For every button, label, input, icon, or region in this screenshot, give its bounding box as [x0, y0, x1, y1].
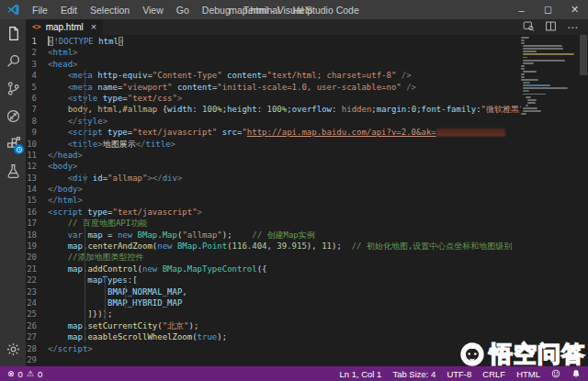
code-text: </style> — [48, 116, 107, 127]
problems-status[interactable]: ⊗ 0 ⚠ 0 — [7, 369, 42, 379]
line-number: 23 — [26, 286, 48, 297]
minimap-line — [523, 82, 529, 84]
split-editor-icon[interactable] — [545, 19, 557, 36]
minimap-line — [523, 71, 536, 73]
settings-gear-icon[interactable] — [0, 335, 26, 363]
line-number: 9 — [26, 127, 48, 138]
line-number: 16 — [26, 207, 48, 218]
notifications-bell-icon[interactable] — [571, 369, 581, 378]
line-number: 27 — [26, 331, 48, 342]
code-line[interactable]: 22 mapTypes:[ — [26, 275, 588, 286]
code-line[interactable]: 6 <style type="text/css"> — [26, 93, 588, 104]
minimap-line — [521, 68, 525, 70]
minimap-line — [526, 96, 531, 98]
warning-icon: ⚠ — [27, 369, 34, 378]
code-line[interactable]: 9 <script type="text/javascript" src="ht… — [26, 127, 588, 138]
eol-sequence[interactable]: CRLF — [482, 369, 505, 379]
open-preview-icon[interactable] — [523, 19, 535, 36]
menu-item-terminal[interactable]: Terminal — [237, 5, 287, 16]
vscode-logo-icon — [7, 4, 19, 16]
menu-item-debug[interactable]: Debug — [196, 5, 237, 16]
activity-bar — [0, 19, 26, 366]
minimap-line — [523, 60, 565, 62]
minimap-line — [526, 105, 528, 106]
code-line[interactable]: 14</body> — [26, 184, 588, 195]
code-text: BMAP_NORMAL_MAP, — [48, 286, 187, 297]
code-line[interactable]: 13 <div id="allmap"></div> — [26, 173, 588, 184]
code-text: </head> — [48, 150, 83, 161]
code-line[interactable]: 23 BMAP_NORMAL_MAP, — [26, 286, 588, 297]
code-text: <body> — [48, 161, 78, 172]
code-line[interactable]: 26 map.setCurrentCity("北京"); — [26, 320, 588, 331]
minimap-line — [523, 45, 562, 47]
code-line[interactable]: 8 </style> — [26, 116, 588, 127]
warning-count: 0 — [38, 369, 42, 379]
close-button[interactable]: ✕ — [561, 0, 588, 19]
code-line[interactable]: 20 //添加地图类型控件 — [26, 252, 588, 263]
code-line[interactable]: 24 BMAP_HYBRID_MAP — [26, 297, 588, 308]
code-line[interactable]: 27 map.eaableScrollWheelZoom(true); — [26, 331, 588, 342]
maximize-button[interactable]: ◻ — [535, 0, 561, 19]
minimap[interactable] — [521, 37, 578, 366]
menu-item-view[interactable]: View — [136, 5, 170, 16]
code-line[interactable]: 25 ]})); — [26, 308, 588, 319]
tab-map-html[interactable]: <> map.html × — [26, 19, 103, 35]
code-line[interactable]: 3<head> — [26, 59, 588, 70]
code-line[interactable]: 11</head> — [26, 150, 588, 161]
code-line[interactable]: 17 // 百度地图API功能 — [26, 218, 588, 229]
code-line[interactable]: 29 — [26, 354, 588, 365]
line-number: 20 — [26, 252, 48, 263]
line-number: 5 — [26, 82, 48, 93]
source-control-icon[interactable] — [0, 74, 26, 102]
code-text: <html> — [48, 47, 78, 58]
code-line[interactable]: 1<!DOCTYPE html> — [26, 36, 588, 47]
menu-item-edit[interactable]: Edit — [54, 5, 84, 16]
code-lines: 1<!DOCTYPE html>2<html>3<head>4 <meta ht… — [26, 36, 588, 365]
code-line[interactable]: 12<body> — [26, 161, 588, 172]
language-mode[interactable]: HTML — [516, 369, 540, 379]
code-text: <script type="text/javascript" src="http… — [48, 127, 505, 138]
line-number: 13 — [26, 173, 48, 184]
code-line[interactable]: 4 <meta http-equiv="Content-Type" conten… — [26, 70, 588, 81]
extensions-icon[interactable] — [0, 129, 26, 157]
code-line[interactable]: 2<html> — [26, 47, 588, 58]
minimize-button[interactable]: – — [508, 0, 535, 19]
minimap-line — [523, 87, 567, 89]
line-number: 14 — [26, 184, 48, 195]
menu-item-help[interactable]: Help — [286, 5, 319, 16]
code-text: var map = new BMap.Map("allmap"); // 创建M… — [48, 230, 315, 241]
code-text: </html> — [48, 195, 83, 206]
menu-item-file[interactable]: File — [26, 5, 54, 16]
code-line[interactable]: 21 map.addControl(new BMap.MapTypeContro… — [26, 263, 588, 275]
tab-size[interactable]: Tab Size: 4 — [392, 369, 435, 379]
code-editor[interactable]: 1<!DOCTYPE html>2<html>3<head>4 <meta ht… — [26, 35, 588, 366]
line-number: 7 — [26, 104, 48, 115]
test-beaker-icon[interactable] — [0, 157, 26, 185]
line-number: 25 — [26, 308, 48, 319]
cursor-position[interactable]: Ln 1, Col 1 — [339, 369, 381, 379]
more-actions-icon[interactable]: ⋯ — [567, 21, 579, 34]
encoding[interactable]: UTF-8 — [447, 369, 471, 379]
minimap-line — [521, 42, 525, 44]
code-line[interactable]: 18 var map = new BMap.Map("allmap"); // … — [26, 230, 588, 241]
explorer-icon[interactable] — [0, 19, 26, 47]
code-line[interactable]: 7 body, html,#allmap {width: 100%;height… — [26, 104, 588, 115]
line-number: 29 — [26, 354, 48, 365]
code-text: </script> — [48, 343, 93, 354]
menu-item-go[interactable]: Go — [170, 5, 196, 16]
search-icon[interactable] — [0, 47, 26, 74]
code-line[interactable]: 15</html> — [26, 195, 588, 206]
code-line[interactable]: 5 <meta name="viewport" content="initial… — [26, 82, 588, 93]
code-line[interactable]: 19 map.centerAndZoom(new BMap.Point(116.… — [26, 241, 588, 252]
line-number: 10 — [26, 139, 48, 150]
feedback-smiley-icon[interactable] — [551, 369, 560, 378]
code-line[interactable]: 10 <title>地图展示</title> — [26, 139, 588, 150]
code-text: map.eaableScrollWheelZoom(true); — [48, 331, 227, 342]
menu-item-selection[interactable]: Selection — [84, 5, 136, 16]
debug-icon[interactable] — [0, 102, 26, 129]
minimap-line — [523, 110, 541, 112]
code-line[interactable]: 16<script type="text/javascript"> — [26, 207, 588, 218]
scrollbar-thumb[interactable] — [580, 35, 587, 75]
tab-close-icon[interactable]: × — [88, 22, 96, 32]
code-line[interactable]: 28</script> — [26, 343, 588, 354]
